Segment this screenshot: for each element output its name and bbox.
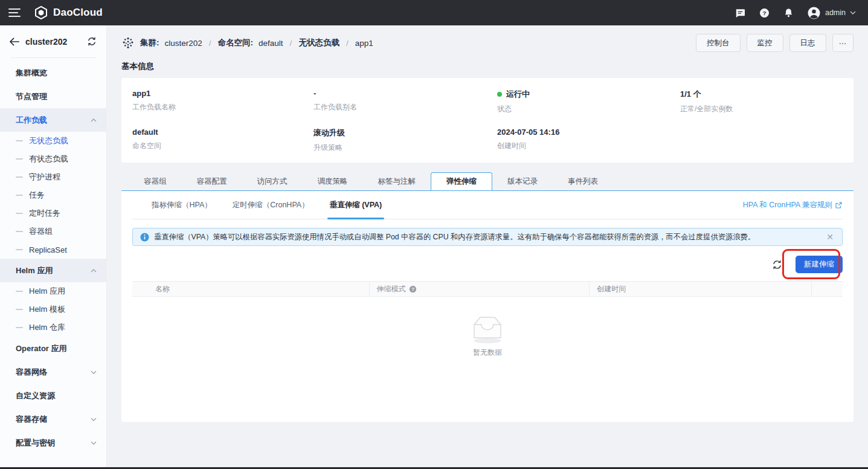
breadcrumb-separator: / [290,39,292,48]
chevron-down-icon [91,370,97,374]
info-field-value: default [132,128,313,137]
user-menu[interactable]: admin [807,6,856,20]
info-field-label: 正常/全部实例数 [680,104,843,114]
sidebar-item-节点管理[interactable]: 节点管理 [0,85,106,108]
brand-name: DaoCloud [53,7,103,19]
brand-logo: DaoCloud [34,5,103,20]
tab-版本记录[interactable]: 版本记录 [492,172,553,190]
tab-调度策略[interactable]: 调度策略 [303,172,363,190]
sidebar-item-label: 容器组 [29,226,53,237]
main-content: 集群:cluster202/命名空间:default/无状态负载/app1 控制… [107,25,868,469]
sidebar-item-集群概览[interactable]: 集群概览 [0,61,106,85]
info-field-text: 运行中 [506,89,530,100]
sidebar-item-有状态负载[interactable]: 有状态负载 [0,150,106,168]
info-banner: 垂直伸缩（VPA）策略可以根据容器实际资源使用情况手动或自动调整 Pod 中容器… [132,228,843,246]
tab-事件列表[interactable]: 事件列表 [553,172,613,190]
sidebar: cluster202 集群概览节点管理工作负载无状态负载有状态负载守护进程任务定… [0,25,107,469]
sidebar-item-工作负载[interactable]: 工作负载 [0,108,106,132]
tab-访问方式[interactable]: 访问方式 [242,172,303,190]
sidebar-item-label: 有状态负载 [29,154,68,164]
breadcrumb-segment: 集群: [140,37,159,48]
sidebar-item-helm-模板[interactable]: Helm 模板 [0,300,106,319]
sidebar-item-label: 容器网络 [16,367,47,378]
more-actions-button[interactable]: ⋯ [832,34,854,52]
create-vpa-button[interactable]: 新建伸缩 [796,256,843,273]
tab-容器组[interactable]: 容器组 [129,172,182,190]
info-field-text: 2024-07-05 14:16 [497,128,559,137]
action-button-日志[interactable]: 日志 [789,34,826,52]
action-button-监控[interactable]: 监控 [747,34,783,52]
sidebar-item-容器存储[interactable]: 容器存储 [0,407,106,431]
breadcrumb-segment[interactable]: default [259,39,283,48]
chevron-up-icon [91,269,97,273]
info-field-value: app1 [132,89,313,98]
banner-close-icon[interactable]: ✕ [825,232,835,242]
sidebar-item-label: 无状态负载 [29,135,68,146]
column-label: 名称 [155,284,170,294]
back-button[interactable] [9,37,19,46]
breadcrumb-segment[interactable]: 无状态负载 [298,37,339,48]
subtab-指标伸缩（HPA）[interactable]: 指标伸缩（HPA） [152,191,212,219]
notifications-bell-icon[interactable] [783,7,794,19]
sidebar-item-配置与密钥[interactable]: 配置与密钥 [0,431,106,454]
info-field: 滚动升级升级策略 [313,128,497,153]
column-help-icon[interactable]: ? [409,285,417,293]
sidebar-item-守护进程[interactable]: 守护进程 [0,168,106,186]
info-field-label: 工作负载别名 [313,102,497,112]
chevron-down-icon [91,441,97,445]
svg-text:?: ? [762,9,766,16]
sidebar-item-helm-仓库[interactable]: Helm 仓库 [0,319,106,337]
sidebar-item-容器组[interactable]: 容器组 [0,222,106,241]
dash-icon [16,291,23,292]
sidebar-nav: 集群概览节点管理工作负载无状态负载有状态负载守护进程任务定时任务容器组Repli… [0,58,106,454]
refresh-icon[interactable] [772,260,782,270]
sidebar-item-定时任务[interactable]: 定时任务 [0,204,106,222]
info-icon [140,233,149,242]
topbar: DaoCloud ? admin [0,0,868,25]
sidebar-item-label: 容器存储 [16,414,47,425]
sidebar-item-helm-应用[interactable]: Helm 应用 [0,259,106,282]
dash-icon [16,158,23,160]
tab-容器配置[interactable]: 容器配置 [182,172,242,190]
sidebar-item-label: Helm 应用 [16,265,53,276]
sidebar-item-label: 定时任务 [29,208,60,219]
info-field: 2024-07-05 14:16创建时间 [497,128,680,153]
subtab-定时伸缩（CronHPA）[interactable]: 定时伸缩（CronHPA） [233,191,309,219]
help-icon[interactable]: ? [759,7,770,19]
tab-标签与注解[interactable]: 标签与注解 [363,172,431,190]
action-button-控制台[interactable]: 控制台 [696,34,741,52]
sidebar-item-label: 配置与密钥 [16,438,55,448]
cluster-name: cluster202 [25,37,67,47]
switch-cluster-icon[interactable] [87,37,97,46]
status-running-dot-icon [497,92,502,97]
dash-icon [16,249,23,250]
sidebar-item-helm-应用[interactable]: Helm 应用 [0,282,106,300]
menu-toggle-icon[interactable] [8,8,21,17]
sidebar-item-无状态负载[interactable]: 无状态负载 [0,132,106,150]
sidebar-item-label: Helm 仓库 [29,322,65,333]
sidebar-item-operator-应用[interactable]: Operator 应用 [0,337,106,360]
daocloud-logo-icon [34,5,48,20]
breadcrumb-segment[interactable]: cluster202 [165,39,202,48]
subtab-垂直伸缩 (VPA)[interactable]: 垂直伸缩 (VPA) [330,191,382,219]
chat-icon[interactable] [735,7,746,19]
table-column-header: 伸缩模式? [369,282,590,296]
dash-icon [16,213,23,214]
info-field-value: - [313,89,497,98]
breadcrumb-segment: 命名空间: [218,37,254,48]
section-title: 基本信息 [121,61,854,72]
dash-icon [16,231,23,232]
avatar-icon [807,6,821,20]
dash-icon [16,195,23,196]
sidebar-item-replicaset[interactable]: ReplicaSet [0,241,106,259]
sidebar-item-任务[interactable]: 任务 [0,186,106,204]
sidebar-item-label: Operator 应用 [16,343,67,354]
info-field-text: 1/1 个 [680,89,701,100]
sidebar-item-自定义资源[interactable]: 自定义资源 [0,384,106,407]
tab-弹性伸缩[interactable]: 弹性伸缩 [431,172,492,190]
chevron-down-icon [91,418,97,421]
info-field: 运行中状态 [497,89,680,114]
hpa-rules-link[interactable]: HPA 和 CronHPA 兼容规则 [743,200,843,210]
sidebar-item-容器网络[interactable]: 容器网络 [0,360,106,384]
basic-info-card: app1工作负载名称-工作负载别名运行中状态1/1 个正常/全部实例数defau… [121,78,854,163]
